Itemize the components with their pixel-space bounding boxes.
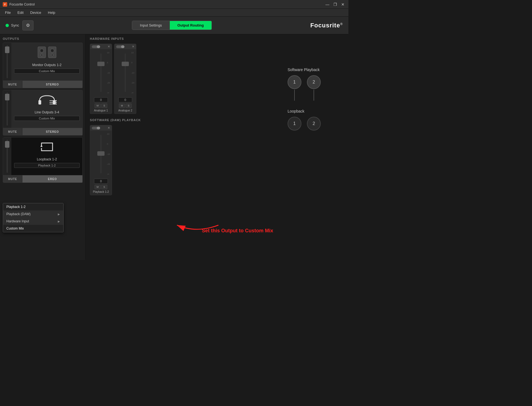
ch1-level-labels: 10 0 -10 -20 -∞ [107, 49, 110, 96]
svg-point-6 [51, 50, 53, 52]
ch1-name: Analogue 1 [94, 109, 108, 112]
tab-group: Input Settings Output Routing [132, 21, 212, 30]
channel-analogue2: ✕ 10 0 -10 -20 -∞ 0 [114, 44, 136, 114]
line-mute-button[interactable]: MUTE [3, 128, 22, 135]
channel-close-2[interactable]: ✕ [132, 45, 134, 48]
dropdown-item-custom-mix[interactable]: Custom Mix [3, 225, 63, 232]
monitor-fader-thumb[interactable] [5, 46, 9, 53]
channel-close-1[interactable]: ✕ [108, 45, 110, 48]
ch2-value[interactable]: 0 [118, 97, 132, 102]
main-content: OUTPUTS [0, 34, 348, 260]
svg-point-2 [41, 50, 43, 52]
close-button[interactable]: ✕ [340, 2, 346, 7]
ch1-s-button[interactable]: S [101, 103, 107, 108]
line-fader-track [7, 92, 8, 126]
ch1-fader-track [100, 53, 101, 92]
sw-circle-1[interactable]: 1 [288, 75, 301, 89]
settings-button[interactable]: ⚙ [22, 20, 33, 30]
lb-circle-2[interactable]: 2 [307, 117, 321, 131]
svg-point-15 [56, 103, 57, 105]
menu-help[interactable]: Help [45, 9, 58, 16]
monitor-stereo-button[interactable]: STEREO [22, 81, 82, 88]
loopback-routing-group: Loopback 1 2 [288, 109, 321, 131]
lb-circle-1-wrap: 1 [288, 117, 301, 131]
ch-pb-m-button[interactable]: M [95, 185, 101, 189]
hw-inputs-label: HARDWARE INPUTS [90, 37, 344, 40]
loopback-card: Loopback 1-2 Playback 1-2 MUTE EREO [3, 137, 83, 183]
ch1-fader-area[interactable]: 10 0 -10 -20 -∞ [90, 49, 112, 96]
ch-pb-fader-area[interactable]: 10 0 -10 -20 -∞ [90, 131, 112, 178]
line-output-icon [37, 93, 57, 109]
ch2-s-button[interactable]: S [126, 103, 132, 108]
ch-pb-fader-track [100, 135, 101, 173]
channel-toggle-1[interactable] [92, 45, 100, 48]
loopback-fader[interactable] [3, 137, 11, 175]
ch2-fader-area[interactable]: 10 0 -10 -20 -∞ [114, 49, 136, 96]
software-playback-group: Software Playback 1 2 [288, 67, 321, 101]
loopback-fader-track [7, 140, 8, 173]
ch-pb-value[interactable]: 0 [94, 179, 108, 184]
monitor-source[interactable]: Custom Mix [14, 69, 80, 74]
channel-analogue1: ✕ 10 0 -10 -20 -∞ 0 [90, 44, 112, 114]
loopback-source[interactable]: Playback 1-2 [14, 163, 80, 168]
minimize-button[interactable]: — [325, 2, 330, 7]
line-name: Line Outputs 3-4 [35, 110, 59, 114]
ch1-fader-thumb[interactable] [97, 62, 105, 66]
loopback-bottom: MUTE EREO [3, 175, 82, 183]
sw-circle-2[interactable]: 2 [307, 75, 321, 89]
sync-label: Sync [11, 23, 19, 27]
annotation-arrow-svg [169, 211, 224, 239]
outputs-panel: OUTPUTS [0, 34, 86, 260]
monitor-center: Monitor Outputs 1-2 Custom Mix [11, 43, 82, 80]
tab-output-routing[interactable]: Output Routing [170, 21, 212, 30]
loopback-mute-button[interactable]: MUTE [3, 175, 22, 183]
loopback-stereo-button[interactable]: EREO [22, 175, 82, 183]
sw-line-1 [294, 90, 295, 101]
sw-playback-circles: 1 2 [288, 75, 321, 101]
app-icon: F [3, 2, 7, 7]
gear-icon: ⚙ [26, 23, 30, 28]
dropdown-arrow-hw: ▶ [58, 220, 60, 223]
svg-rect-8 [38, 100, 41, 105]
line-fader-thumb[interactable] [5, 94, 9, 100]
ch-pb-s-button[interactable]: S [101, 185, 107, 189]
channel-toggle-pb[interactable] [92, 127, 100, 129]
dropdown-item-playback12[interactable]: Playback 1-2 [3, 203, 63, 210]
loopback-fader-thumb[interactable] [5, 141, 9, 148]
channel-close-pb[interactable]: ✕ [108, 126, 110, 130]
monitor-mute-button[interactable]: MUTE [3, 81, 22, 88]
ch2-level-labels: 10 0 -10 -20 -∞ [131, 49, 134, 96]
ch1-m-button[interactable]: M [95, 103, 101, 108]
dropdown-arrow-daw: ▶ [58, 213, 60, 216]
ch-pb-name: Playback 1-2 [93, 190, 109, 193]
dropdown-item-hardware-input[interactable]: Hardware Input ▶ [3, 218, 63, 225]
tab-input-settings[interactable]: Input Settings [132, 21, 170, 30]
dropdown-item-playback-daw[interactable]: Playback (DAW) ▶ [3, 210, 63, 218]
lb-circle-2-wrap: 2 [307, 117, 321, 131]
ch2-fader-thumb[interactable] [122, 62, 129, 66]
annotation-text: Set this Output to Custom Mix [202, 228, 273, 234]
monitor-fader[interactable] [3, 43, 11, 80]
focusrite-logo: Focusrite® [310, 22, 343, 29]
monitor-speaker-icon [37, 46, 57, 61]
monitor-fader-track [7, 45, 8, 78]
lb-circle-1[interactable]: 1 [288, 117, 301, 131]
line-outputs-card: Line Outputs 3-4 Custom Mix MUTE STEREO [3, 90, 83, 136]
ch-pb-fader-thumb[interactable] [97, 151, 105, 156]
maximize-button[interactable]: ❐ [332, 2, 338, 7]
loopback-center: Loopback 1-2 Playback 1-2 [11, 137, 82, 175]
line-stereo-button[interactable]: STEREO [22, 128, 82, 135]
title-bar-controls[interactable]: — ❐ ✕ [325, 2, 346, 7]
channel-toggle-2[interactable] [116, 45, 124, 48]
channel-strip-top-pb: ✕ [90, 125, 112, 131]
source-dropdown: Playback 1-2 Playback (DAW) ▶ Hardware I… [3, 203, 64, 232]
menu-device[interactable]: Device [27, 9, 44, 16]
line-fader[interactable] [3, 90, 11, 128]
sw-circle-2-wrap: 2 [307, 75, 321, 101]
ch1-value[interactable]: 0 [94, 97, 108, 102]
menu-edit[interactable]: Edit [15, 9, 26, 16]
sw-circle-1-wrap: 1 [288, 75, 301, 101]
line-source[interactable]: Custom Mix [14, 116, 80, 121]
menu-file[interactable]: File [2, 9, 14, 16]
ch2-m-button[interactable]: M [119, 103, 125, 108]
